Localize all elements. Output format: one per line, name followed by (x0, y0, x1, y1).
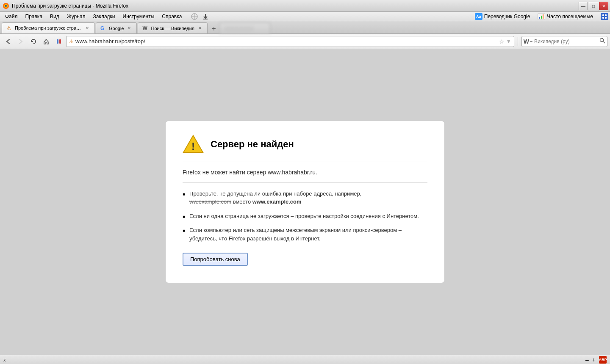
addon-icon (601, 13, 608, 20)
svg-rect-8 (541, 16, 542, 19)
location-icon (191, 13, 198, 20)
error-item-2-text: Если ни одна страница не загружается – п… (189, 212, 419, 221)
nav-bar: ⚠ ☆ ▼ W – (0, 34, 610, 49)
firefox-icon (3, 3, 9, 9)
wiki-search-button[interactable] (599, 38, 605, 45)
error-item-3-text: Если компьютер или сеть защищены межсете… (189, 226, 427, 243)
error-title: Сервер не найден (211, 139, 294, 150)
tab-label-google: Google (109, 26, 124, 31)
svg-point-16 (600, 39, 604, 42)
error-card: ! Сервер не найден Firefox не может найт… (165, 121, 445, 284)
bullet1-sep: вместо (231, 199, 252, 205)
svg-rect-9 (543, 14, 543, 19)
reload-button[interactable] (28, 36, 39, 47)
download-icon (202, 13, 209, 20)
back-button[interactable] (3, 36, 14, 47)
address-bar[interactable]: ⚠ ☆ ▼ (66, 36, 514, 47)
minimize-button[interactable]: — (579, 2, 588, 10)
wiki-search-bar: W – (521, 36, 607, 47)
svg-rect-10 (602, 14, 604, 16)
error-list: ■ Проверьте, не допущена ли ошибка при н… (183, 190, 427, 243)
back-icon (5, 39, 11, 44)
translate-label: Переводчик Google (484, 14, 530, 19)
title-bar: Проблема при загрузке страницы - Mozilla… (0, 0, 610, 12)
close-button[interactable]: ✕ (599, 2, 608, 10)
tabs-bar: ⚠ Проблема при загрузке страницы ✕ G Goo… (0, 21, 610, 34)
error-list-item-1: ■ Проверьте, не допущена ли ошибка при н… (183, 190, 427, 206)
status-minus: – (585, 356, 589, 363)
wiki-logo: W – (524, 38, 532, 45)
svg-rect-11 (605, 14, 607, 16)
error-list-item-3: ■ Если компьютер или сеть защищены межсе… (183, 226, 427, 243)
menu-tools[interactable]: Инструменты (119, 13, 158, 20)
tab-label-wiki: Поиск — Википедия (151, 26, 194, 31)
google-translate-button[interactable]: Aa Переводчик Google (475, 13, 530, 20)
adblock-icon[interactable]: ABP (599, 356, 607, 364)
menu-help[interactable]: Справка (158, 13, 185, 20)
popular-label: Часто посещаемые (547, 14, 593, 19)
bullet1-main: Проверьте, не допущена ли ошибка при наб… (189, 190, 361, 197)
error-subtitle: Firefox не может найти сервер www.habrah… (183, 169, 427, 183)
tab-close-google[interactable]: ✕ (126, 25, 132, 31)
menu-view[interactable]: Вид (47, 13, 63, 20)
menu-file[interactable]: Файл (2, 13, 21, 20)
tab-favicon-wiki: W (142, 25, 148, 31)
tab-label-error: Проблема при загрузке страницы (15, 25, 82, 30)
popular-sites-button[interactable]: Часто посещаемые (538, 13, 593, 20)
url-input[interactable] (75, 38, 497, 44)
status-plus: + (592, 356, 596, 363)
tab-google[interactable]: G Google ✕ (96, 22, 137, 33)
dropdown-arrow-icon[interactable]: ▼ (506, 39, 511, 44)
menu-edit[interactable]: Правка (22, 13, 46, 20)
wiki-w-icon: W (524, 38, 529, 45)
wiki-dash: – (530, 39, 532, 44)
error-item-1-text: Проверьте, не допущена ли ошибка при наб… (189, 190, 361, 206)
svg-rect-15 (59, 39, 61, 44)
svg-line-17 (603, 41, 605, 43)
svg-text:!: ! (191, 141, 195, 152)
forward-icon (18, 39, 24, 44)
svg-rect-7 (539, 17, 540, 19)
tab-close-error[interactable]: ✕ (84, 25, 90, 31)
bookmarks-icon (56, 39, 62, 44)
page-content: ! Сервер не найден Firefox не может найт… (0, 49, 610, 355)
svg-point-2 (5, 5, 7, 7)
menu-bar: Файл Правка Вид Журнал Закладки Инструме… (0, 12, 610, 21)
bullet1-right-example: www.example.com (252, 199, 302, 205)
tab-wikipedia[interactable]: W Поиск — Википедия ✕ (138, 22, 207, 33)
svg-rect-12 (602, 17, 604, 19)
tab-error-page[interactable]: ⚠ Проблема при загрузке страницы ✕ (2, 22, 95, 33)
status-text: x (3, 357, 6, 362)
reload-icon (30, 39, 36, 44)
nav-separator (518, 37, 518, 46)
status-right: – + ABP (585, 356, 607, 364)
status-bar: x – + ABP (0, 355, 610, 364)
wiki-search-input[interactable] (534, 39, 598, 44)
window-title: Проблема при загрузке страницы - Mozilla… (12, 3, 607, 9)
popular-icon (538, 13, 545, 20)
menu-bookmarks[interactable]: Закладки (90, 13, 119, 20)
svg-rect-13 (605, 17, 607, 19)
retry-button[interactable]: Попробовать снова (183, 253, 248, 266)
window-controls: — □ ✕ (579, 2, 608, 10)
home-icon (43, 39, 49, 44)
error-header: ! Сервер не найден (183, 134, 427, 162)
svg-rect-14 (57, 39, 58, 44)
tab-close-wiki[interactable]: ✕ (197, 25, 203, 31)
translate-icon: Aa (475, 13, 482, 20)
menu-history[interactable]: Журнал (64, 13, 89, 20)
toolbar-extensions: Aa Переводчик Google Часто посещаемые (475, 13, 608, 20)
bookmarks-button[interactable] (53, 36, 64, 47)
new-tab-button[interactable]: + (208, 24, 219, 33)
search-icon (599, 38, 605, 44)
home-button[interactable] (41, 36, 52, 47)
maximize-button[interactable]: □ (589, 2, 598, 10)
bullet1-wrong-example: ww.example.com (189, 199, 231, 205)
error-list-item-2: ■ Если ни одна страница не загружается –… (183, 212, 427, 221)
warning-triangle-icon: ! (183, 134, 204, 155)
security-warning-icon: ⚠ (69, 39, 74, 44)
bookmark-star-icon[interactable]: ☆ (499, 38, 505, 45)
tab-favicon-warning: ⚠ (6, 25, 12, 31)
tab-favicon-google: G (100, 25, 106, 31)
forward-button[interactable] (15, 36, 26, 47)
